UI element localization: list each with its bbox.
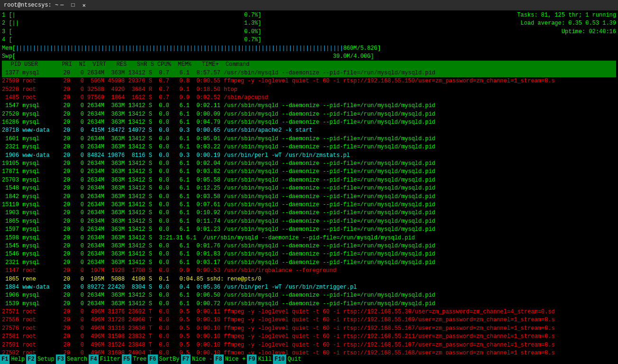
titlebar-title: root@ntsecsys: ~ xyxy=(4,2,58,9)
fn-num: F7 xyxy=(181,355,191,364)
fn-label: Nice - xyxy=(191,355,214,364)
fn-num: F5 xyxy=(122,355,131,364)
process-row[interactable]: 17871 mysql 20 0 2634M 363M 13412 S 0.0 … xyxy=(2,168,616,176)
fn-num: F4 xyxy=(89,355,98,364)
process-row[interactable]: 27556 root 20 0 496M 31728 24060 T 0.0 0… xyxy=(2,316,616,324)
bottom-bar[interactable]: F1HelpF2SetupF3SearchF4FilterF5TreeF6Sor… xyxy=(0,355,618,364)
close-button[interactable]: ✕ xyxy=(81,2,88,9)
process-row[interactable]: 1842 mysql 20 0 2634M 363M 13412 S 0.0 6… xyxy=(2,193,616,201)
process-row[interactable]: 1865 rene 20 0 105M 5088 4100 S 0.1 0:04… xyxy=(2,275,616,283)
process-row[interactable]: 19105 mysql 20 0 2634M 363M 13412 S 0.0 … xyxy=(2,160,616,168)
process-row[interactable]: 2321 mysql 20 0 2634M 363M 13412 S 0.0 6… xyxy=(2,143,616,151)
fn-label: Nice + xyxy=(224,355,247,364)
minimize-button[interactable]: ─ xyxy=(58,2,65,9)
process-row[interactable]: 1906 mysql 20 0 2634M 363M 13412 S 0.0 6… xyxy=(2,291,616,300)
process-row[interactable]: 27591 root 20 0 496M 31524 23848 T 0.0 0… xyxy=(2,341,616,349)
process-row[interactable]: 1377 mysql 20 0 2634M 363M 13412 S 0.7 6… xyxy=(2,69,616,77)
fn-key-f5[interactable]: F5Tree xyxy=(122,355,148,364)
fn-label: Quit xyxy=(286,355,303,364)
fn-key-f4[interactable]: F4Filter xyxy=(89,355,122,364)
process-row[interactable]: 27581 root 20 0 496M 31508 23832 T 0.0 0… xyxy=(2,333,616,341)
process-row[interactable]: 27576 root 20 0 496M 31316 23636 T 0.0 0… xyxy=(2,325,616,333)
fn-label: Filter xyxy=(99,355,122,364)
fn-label: Help xyxy=(9,355,26,364)
fn-num: F8 xyxy=(214,355,223,364)
fn-label: Tree xyxy=(131,355,148,364)
fn-key-f10[interactable]: F10Quit xyxy=(273,355,302,364)
swp-bar: Swp[ 39.0M/4.00G] xyxy=(2,53,616,61)
fn-label: SortBy xyxy=(158,355,181,364)
fn-num: F2 xyxy=(26,355,36,364)
process-row[interactable]: 16286 mysql 20 0 2634M 363M 13412 S 0.0 … xyxy=(2,118,616,127)
fn-key-f7[interactable]: F7Nice - xyxy=(181,355,214,364)
process-row[interactable]: 28718 www-data 20 0 415M 18472 14072 S 0… xyxy=(2,127,616,135)
fn-label: Search xyxy=(65,355,89,364)
process-row[interactable]: 1601 mysql 20 0 2634M 363M 13412 S 0.0 6… xyxy=(2,135,616,143)
fn-key-f9[interactable]: F9Kill xyxy=(247,355,273,364)
fn-num: F6 xyxy=(148,355,157,364)
process-row[interactable]: 1485 root 20 0 97560 1864 1612 S 0.7 0.0… xyxy=(2,94,616,102)
process-list: 1377 mysql 20 0 2634M 363M 13412 S 0.7 6… xyxy=(2,69,616,355)
fn-key-f1[interactable]: F1Help xyxy=(0,355,26,364)
process-row[interactable]: 1903 mysql 20 0 2634M 363M 13412 S 0.0 6… xyxy=(2,209,616,217)
process-row[interactable]: 27571 root 20 0 496M 31376 23692 T 0.0 0… xyxy=(2,308,616,316)
process-row[interactable]: 1597 mysql 20 0 2634M 363M 13412 S 0.0 6… xyxy=(2,226,616,234)
header-block: 1 [| 0.7%] 2 [|| 1.3%] 3 [ xyxy=(2,11,616,45)
process-row[interactable]: 1598 mysql 20 0 2634M 363M 13412 S 3:21.… xyxy=(2,234,616,242)
maximize-button[interactable]: □ xyxy=(69,2,76,9)
process-row[interactable]: 1884 www-data 20 0 89272 22420 8304 S 0.… xyxy=(2,283,616,291)
fn-key-f8[interactable]: F8Nice + xyxy=(214,355,247,364)
titlebar: root@ntsecsys: ~ ─ □ ✕ xyxy=(0,0,618,10)
mem-bar: Mem[||||||||||||||||||||||||||||||||||||… xyxy=(2,45,616,53)
process-row[interactable]: 27520 mysql 20 0 2634M 363M 13412 S 0.0 … xyxy=(2,110,616,118)
fn-key-f3[interactable]: F3Search xyxy=(56,355,89,364)
cpu-bars: 1 [| 0.7%] 2 [|| 1.3%] 3 [ xyxy=(2,11,261,45)
process-row[interactable]: 1547 mysql 20 0 2634M 363M 13412 S 0.0 6… xyxy=(2,102,616,110)
process-row[interactable]: 1147 root 20 0 107M 1928 1708 S 0.0 0.0 … xyxy=(2,267,616,275)
fn-num: F3 xyxy=(56,355,65,364)
titlebar-controls[interactable]: ─ □ ✕ xyxy=(58,2,88,9)
column-headers: PID USER PRI NI VIRT RES SHR S CPU% MEM%… xyxy=(2,61,616,69)
process-row[interactable]: 1546 mysql 20 0 2634M 363M 13412 S 0.0 6… xyxy=(2,250,616,258)
fn-key-f2[interactable]: F2Setup xyxy=(26,355,55,364)
process-row[interactable]: 25228 root 20 0 32588 4920 3684 R 0.7 0.… xyxy=(2,86,616,94)
terminal: 1 [| 0.7%] 2 [|| 1.3%] 3 [ xyxy=(0,10,618,355)
process-row[interactable]: 1548 mysql 20 0 2634M 363M 13412 S 0.0 6… xyxy=(2,184,616,192)
fn-num: F10 xyxy=(273,355,286,364)
fn-num: F9 xyxy=(247,355,256,364)
fn-key-f6[interactable]: F6SortBy xyxy=(148,355,181,364)
process-row[interactable]: 15110 mysql 20 0 2634M 363M 13412 S 0.0 … xyxy=(2,201,616,209)
process-row[interactable]: 1865 mysql 20 0 2634M 363M 13412 S 0.0 6… xyxy=(2,218,616,226)
system-info: Tasks: 81, 125 thr; 1 running Load avera… xyxy=(517,11,616,45)
process-row[interactable]: 1539 mysql 20 0 2634M 363M 13412 S 0.0 6… xyxy=(2,300,616,308)
process-row[interactable]: 25703 mysql 20 0 2634M 363M 13412 S 0.0 … xyxy=(2,176,616,184)
process-row[interactable]: 1906 www-data 20 0 84824 19876 8116 S 0.… xyxy=(2,152,616,160)
process-row[interactable]: 27592 root 20 0 496M 31608 24004 T 0.0 0… xyxy=(2,349,616,355)
process-row[interactable]: 2321 mysql 20 0 2634M 363M 13412 S 0.0 6… xyxy=(2,259,616,267)
process-row[interactable]: 1545 mysql 20 0 2634M 363M 13412 S 0.0 6… xyxy=(2,242,616,250)
process-row[interactable]: 27590 root 20 0 505M 45908 29376 S 0.7 0… xyxy=(2,77,616,85)
fn-label: Setup xyxy=(36,355,56,364)
fn-label: Kill xyxy=(256,355,273,364)
fn-num: F1 xyxy=(0,355,9,364)
